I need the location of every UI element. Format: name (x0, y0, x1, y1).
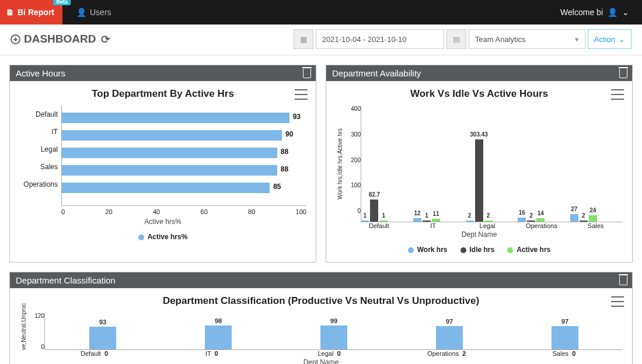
chart-dept-availability: Work hrs,Idle hrs,Active hrs 40030020010… (336, 106, 623, 222)
delete-panel-icon[interactable] (303, 69, 311, 78)
refresh-icon[interactable]: ⟳ (101, 33, 110, 46)
dashboard-title[interactable]: DASHBOARD ⟳ (11, 33, 110, 46)
calendar-icon: ▦ (300, 35, 307, 44)
chevron-down-icon: ⌄ (619, 35, 625, 44)
panel-dept-classification: Department Classification Department Cla… (9, 272, 633, 364)
chart-active-hours: DefaultITLegalSalesOperations 9390888885 (19, 106, 306, 206)
chart-menu-button[interactable] (295, 89, 308, 100)
bar: 11 (432, 219, 440, 222)
date-range-value: 2021-10-04 - 2021-10-10 (322, 35, 407, 44)
view-select[interactable]: Team Analytics ▾ (469, 29, 585, 49)
grid-button[interactable]: ▤ (446, 29, 466, 49)
bar: 93 (89, 327, 116, 349)
panel-dept-availability: Department Availability Work Vs Idle Vs … (326, 65, 633, 262)
chart-menu-button[interactable] (611, 89, 624, 100)
chart-menu-button[interactable] (611, 296, 624, 307)
panel-header: Department Classification (10, 272, 632, 288)
panel-title: Active Hours (16, 68, 65, 78)
panel-header: Active Hours (10, 65, 316, 81)
bar: 16 (518, 218, 526, 222)
bar (62, 113, 289, 123)
x-axis-label: Dept Name (336, 230, 623, 239)
bar: 12 (413, 218, 421, 222)
bar: 82.7 (370, 200, 378, 222)
bar: 14 (536, 218, 545, 222)
bar: 303.43 (475, 139, 483, 222)
beta-badge: Beta (53, 0, 71, 5)
panel-active-hours: Active Hours Top Department By Active Hr… (9, 65, 316, 262)
panel-title: Department Classification (16, 275, 116, 285)
calendar-button[interactable]: ▦ (294, 29, 313, 49)
user-menu[interactable]: Welcome bi 👤 ⌄ (560, 0, 642, 24)
bar (62, 183, 270, 193)
action-button[interactable]: Action ⌄ (588, 29, 631, 49)
brand-tab[interactable]: 🗎 Bi Report Beta (0, 0, 62, 24)
user-icon: 👤 (608, 8, 617, 17)
dashboard-panels: Active Hours Top Department By Active Hr… (0, 55, 642, 364)
bar: 1 (423, 220, 431, 222)
bar: 2 (484, 220, 493, 222)
bar: 2 (527, 220, 535, 222)
chart-legend: Work hrs Idle hrs Active hrs (336, 246, 623, 254)
bar: 98 (205, 326, 232, 349)
chart-dept-classification: ve,Neutral,Unproc 1200 9398999797 (19, 313, 623, 350)
bar: 24 (589, 215, 597, 222)
report-icon: 🗎 (6, 8, 14, 17)
panel-header: Department Availability (326, 65, 632, 81)
bar: 1 (361, 220, 369, 222)
view-select-value: Team Analytics (475, 35, 526, 44)
delete-panel-icon[interactable] (619, 276, 627, 285)
y-axis-label: Work hrs,Idle hrs,Active hrs (336, 106, 344, 222)
bar: 97 (436, 326, 463, 349)
bar: 99 (320, 326, 347, 349)
chart-title: Department Classification (Productive Vs… (19, 295, 623, 307)
action-label: Action (594, 35, 615, 44)
welcome-label: Welcome bi (560, 8, 603, 17)
panel-title: Department Availability (332, 68, 421, 78)
x-axis-label: Dept Name (19, 358, 623, 364)
chart-legend: Active hrs% (19, 233, 306, 241)
bar (62, 165, 277, 176)
nav-users[interactable]: 👤 Users (62, 0, 121, 24)
user-icon: 👤 (76, 8, 86, 17)
grid-icon: ▤ (453, 35, 460, 44)
caret-down-icon: ▾ (575, 35, 579, 44)
bar: 2 (580, 220, 588, 222)
x-axis-label: Active hrs% (19, 218, 306, 226)
bar: 1 (379, 220, 388, 222)
legend-item: Active hrs% (148, 233, 188, 241)
bar: 97 (552, 326, 578, 349)
top-nav: 🗎 Bi Report Beta 👤 Users Welcome bi 👤 ⌄ (0, 0, 642, 24)
delete-panel-icon[interactable] (619, 69, 627, 78)
chevron-down-icon: ⌄ (622, 8, 629, 17)
bar (62, 148, 277, 158)
bar: 27 (570, 214, 578, 222)
dashboard-title-label: DASHBOARD (24, 33, 96, 46)
bar (62, 130, 282, 141)
legend-item: Active hrs (517, 246, 550, 254)
bar: 2 (466, 220, 474, 222)
toolbar: DASHBOARD ⟳ ▦ 2021-10-04 - 2021-10-10 ▤ … (0, 24, 642, 55)
add-dashboard-icon (11, 34, 20, 44)
chart-title: Work Vs Idle Vs Active Hours (336, 88, 623, 100)
chart-title: Top Department By Active Hrs (19, 88, 306, 100)
legend-item: Idle hrs (470, 246, 495, 254)
brand-label: Bi Report (18, 8, 54, 17)
date-range-input[interactable]: 2021-10-04 - 2021-10-10 (316, 29, 444, 49)
nav-users-label: Users (90, 8, 111, 17)
legend-item: Work hrs (417, 246, 448, 254)
y-axis-label: ve,Neutral,Unproc (19, 313, 28, 350)
